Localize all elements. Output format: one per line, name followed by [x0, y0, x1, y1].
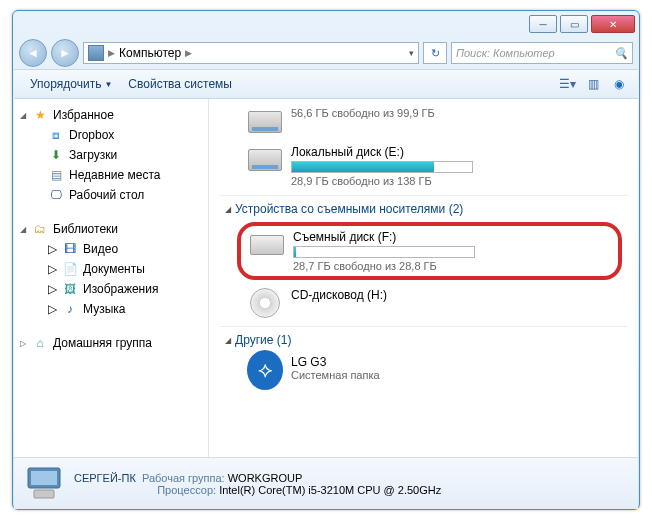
chevron-down-icon: ▼ — [104, 80, 112, 89]
pc-name: СЕРГЕЙ-ПК — [74, 472, 136, 484]
downloads-icon: ⬇ — [48, 147, 64, 163]
sidebar-item-dropbox[interactable]: ⧈Dropbox — [14, 125, 208, 145]
drive-name: Съемный диск (F:) — [293, 230, 610, 244]
highlight-annotation: Съемный диск (F:) 28,7 ГБ свободно из 28… — [237, 222, 622, 280]
close-button[interactable]: ✕ — [591, 15, 635, 33]
sidebar-label: Недавние места — [69, 168, 160, 182]
titlebar: ─ ▭ ✕ — [13, 11, 639, 37]
help-button[interactable]: ◉ — [608, 74, 630, 94]
bluetooth-icon: ⟡ — [247, 350, 283, 390]
sidebar-item-music[interactable]: ▷♪Музыка — [14, 299, 208, 319]
sidebar-label: Dropbox — [69, 128, 114, 142]
expand-icon: ▷ — [48, 282, 57, 296]
collapse-icon: ◢ — [225, 205, 231, 214]
dropbox-icon: ⧈ — [48, 127, 64, 143]
sidebar-label: Домашняя группа — [53, 336, 152, 350]
removable-disk-icon — [250, 235, 284, 255]
drive-cd[interactable]: CD-дисковод (H:) — [247, 288, 628, 318]
sidebar-label: Библиотеки — [53, 222, 118, 236]
svg-rect-1 — [31, 471, 57, 485]
section-title: Устройства со съемными носителями (2) — [235, 202, 463, 216]
sidebar-item-downloads[interactable]: ⬇Загрузки — [14, 145, 208, 165]
expand-icon: ▷ — [48, 242, 57, 256]
refresh-button[interactable]: ↻ — [423, 42, 447, 64]
sidebar: ◢ ★ Избранное ⧈Dropbox ⬇Загрузки ▤Недавн… — [14, 99, 209, 457]
sidebar-item-documents[interactable]: ▷📄Документы — [14, 259, 208, 279]
recent-icon: ▤ — [48, 167, 64, 183]
details-text: СЕРГЕЙ-ПК Рабочая группа: WORKGROUP СЕРГ… — [74, 472, 441, 496]
main-pane: 56,6 ГБ свободно из 99,9 ГБ Локальный ди… — [209, 99, 638, 457]
maximize-button[interactable]: ▭ — [560, 15, 588, 33]
sidebar-label: Изображения — [83, 282, 158, 296]
sidebar-homegroup[interactable]: ▷ ⌂ Домашняя группа — [14, 333, 208, 353]
sidebar-favorites[interactable]: ◢ ★ Избранное — [14, 105, 208, 125]
crumb-arrow-icon: ▶ — [108, 48, 115, 58]
device-name: LG G3 — [291, 355, 628, 369]
sidebar-label: Видео — [83, 242, 118, 256]
search-input[interactable]: Поиск: Компьютер 🔍 — [451, 42, 633, 64]
drive-free-text: 28,9 ГБ свободно из 138 ГБ — [291, 175, 628, 187]
computer-large-icon — [22, 464, 66, 504]
computer-icon — [88, 45, 104, 61]
sidebar-item-video[interactable]: ▷🎞Видео — [14, 239, 208, 259]
system-properties-button[interactable]: Свойства системы — [120, 74, 240, 94]
collapse-icon: ◢ — [225, 336, 231, 345]
forward-button[interactable]: ► — [51, 39, 79, 67]
sidebar-label: Документы — [83, 262, 145, 276]
sidebar-libraries[interactable]: ◢ 🗂 Библиотеки — [14, 219, 208, 239]
svg-rect-2 — [34, 490, 54, 498]
drive-name: Локальный диск (E:) — [291, 145, 628, 159]
section-title: Другие (1) — [235, 333, 291, 347]
preview-pane-button[interactable]: ▥ — [582, 74, 604, 94]
view-mode-button[interactable]: ☰▾ — [556, 74, 578, 94]
cd-icon — [250, 288, 280, 318]
body: ◢ ★ Избранное ⧈Dropbox ⬇Загрузки ▤Недавн… — [14, 99, 638, 457]
star-icon: ★ — [32, 107, 48, 123]
sidebar-item-recent[interactable]: ▤Недавние места — [14, 165, 208, 185]
search-icon: 🔍 — [614, 47, 628, 60]
images-icon: 🖼 — [62, 281, 78, 297]
address-dropdown-icon[interactable]: ▾ — [409, 48, 414, 58]
search-placeholder: Поиск: Компьютер — [456, 47, 555, 59]
documents-icon: 📄 — [62, 261, 78, 277]
cpu-value: Intel(R) Core(TM) i5-3210M CPU @ 2.50GHz — [219, 484, 441, 496]
expand-icon: ▷ — [20, 339, 26, 348]
drive-e[interactable]: Локальный диск (E:) 28,9 ГБ свободно из … — [247, 145, 628, 187]
workgroup-value: WORKGROUP — [228, 472, 303, 484]
drive-usage-bar — [293, 246, 475, 258]
homegroup-icon: ⌂ — [32, 335, 48, 351]
address-bar[interactable]: ▶ Компьютер ▶ ▾ — [83, 42, 419, 64]
minimize-button[interactable]: ─ — [529, 15, 557, 33]
sidebar-item-desktop[interactable]: 🖵Рабочий стол — [14, 185, 208, 205]
organize-menu[interactable]: Упорядочить ▼ — [22, 74, 120, 94]
drive-c-partial[interactable]: 56,6 ГБ свободно из 99,9 ГБ — [247, 107, 628, 137]
drive-free-text: 28,7 ГБ свободно из 28,8 ГБ — [293, 260, 610, 272]
back-button[interactable]: ◄ — [19, 39, 47, 67]
sidebar-item-images[interactable]: ▷🖼Изображения — [14, 279, 208, 299]
drive-name: CD-дисковод (H:) — [291, 288, 628, 302]
music-icon: ♪ — [62, 301, 78, 317]
organize-label: Упорядочить — [30, 77, 101, 91]
sidebar-label: Избранное — [53, 108, 114, 122]
details-pane: СЕРГЕЙ-ПК Рабочая группа: WORKGROUP СЕРГ… — [14, 457, 638, 509]
sidebar-label: Рабочий стол — [69, 188, 144, 202]
collapse-icon: ◢ — [20, 225, 26, 234]
sidebar-label: Загрузки — [69, 148, 117, 162]
drive-usage-bar — [291, 161, 473, 173]
hdd-icon — [248, 111, 282, 133]
device-lg-g3[interactable]: ⟡ LG G3 Системная папка — [247, 355, 628, 385]
video-icon: 🎞 — [62, 241, 78, 257]
expand-icon: ▷ — [48, 262, 57, 276]
toolbar: Упорядочить ▼ Свойства системы ☰▾ ▥ ◉ — [14, 69, 638, 99]
cpu-label: Процессор: — [157, 484, 216, 496]
workgroup-label: Рабочая группа: — [142, 472, 225, 484]
hdd-icon — [248, 149, 282, 171]
section-removable[interactable]: ◢ Устройства со съемными носителями (2) — [219, 195, 628, 220]
address-text: Компьютер — [119, 46, 181, 60]
expand-icon: ▷ — [48, 302, 57, 316]
section-other[interactable]: ◢ Другие (1) — [219, 326, 628, 351]
navbar: ◄ ► ▶ Компьютер ▶ ▾ ↻ Поиск: Компьютер 🔍 — [13, 37, 639, 69]
crumb-arrow-icon[interactable]: ▶ — [185, 48, 192, 58]
drive-f[interactable]: Съемный диск (F:) 28,7 ГБ свободно из 28… — [249, 230, 610, 272]
libraries-icon: 🗂 — [32, 221, 48, 237]
